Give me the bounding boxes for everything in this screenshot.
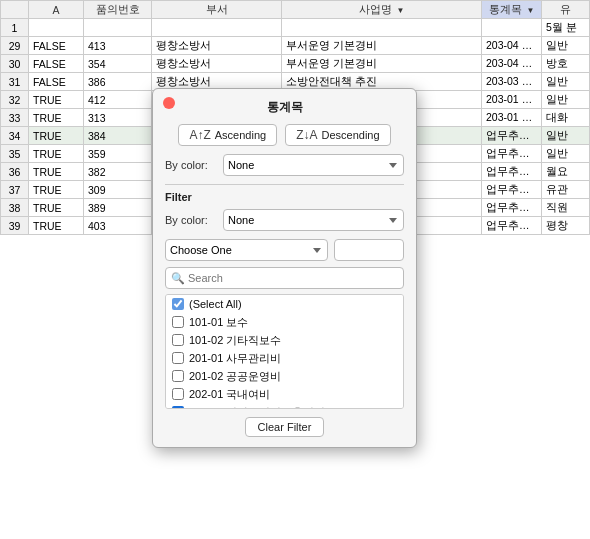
- checkbox-label-select-all: (Select All): [189, 298, 242, 310]
- filter-by-color-label: By color:: [165, 214, 215, 226]
- cell-37-e: 업무추진비: [482, 181, 542, 199]
- clear-filter-button[interactable]: Clear Filter: [245, 417, 325, 437]
- cell-35-b: 359: [84, 145, 152, 163]
- cell-36-b: 382: [84, 163, 152, 181]
- row-num-32: 32: [1, 91, 29, 109]
- list-item[interactable]: 202-01 국내여비: [166, 385, 403, 403]
- checkbox-202-01[interactable]: [172, 388, 184, 400]
- ascending-icon: A↑Z: [189, 128, 210, 142]
- sort-filter-popup: 통계목 A↑Z Ascending Z↓A Descending By colo…: [152, 88, 417, 448]
- cell-29-d: 부서운영 기본경비: [282, 37, 482, 55]
- checkbox-select-all[interactable]: [172, 298, 184, 310]
- checkbox-label-203-01: 203-01 기관운영업무추진비: [189, 405, 325, 410]
- filter-section-title: Filter: [165, 191, 404, 203]
- checkbox-101-02[interactable]: [172, 334, 184, 346]
- filter-value-input[interactable]: [334, 239, 404, 261]
- cell-34-a: TRUE: [29, 127, 84, 145]
- cell-32-b: 412: [84, 91, 152, 109]
- choose-one-select[interactable]: Choose One: [165, 239, 328, 261]
- col-header-rownum: [1, 1, 29, 19]
- filter-by-color-select[interactable]: None: [223, 209, 404, 231]
- row-num-38: 38: [1, 199, 29, 217]
- col-header-a[interactable]: A: [29, 1, 84, 19]
- cell-30-d: 부서운영 기본경비: [282, 55, 482, 73]
- filter-arrow-d[interactable]: ▼: [397, 6, 405, 15]
- sort-by-color-select[interactable]: None: [223, 154, 404, 176]
- cell-30-a: FALSE: [29, 55, 84, 73]
- cell-36-a: TRUE: [29, 163, 84, 181]
- section-divider: [165, 184, 404, 185]
- cell-31-e: 203-03 시책추진업무추진비: [482, 73, 542, 91]
- row-num-31: 31: [1, 73, 29, 91]
- cell-30-c: 평창소방서: [152, 55, 282, 73]
- checkbox-label-201-01: 201-01 사무관리비: [189, 351, 281, 366]
- row-num-36: 36: [1, 163, 29, 181]
- cell-38-b: 389: [84, 199, 152, 217]
- row-num-1: 1: [1, 19, 29, 37]
- cell-35-e: 업무추진비: [482, 145, 542, 163]
- cell-34-e: 업무추진비: [482, 127, 542, 145]
- search-box-wrapper: 🔍: [165, 267, 404, 289]
- cell-33-a: TRUE: [29, 109, 84, 127]
- row-num-29: 29: [1, 37, 29, 55]
- cell-29-b: 413: [84, 37, 152, 55]
- cell-29-f: 일반: [542, 37, 590, 55]
- col-header-f[interactable]: 유: [542, 1, 590, 19]
- cell-38-e: 업무추진비: [482, 199, 542, 217]
- col-header-e[interactable]: 통계목 ▼: [482, 1, 542, 19]
- checkbox-201-02[interactable]: [172, 370, 184, 382]
- ascending-button[interactable]: A↑Z Ascending: [178, 124, 277, 146]
- list-item[interactable]: 201-02 공공운영비: [166, 367, 403, 385]
- row-num-34: 34: [1, 127, 29, 145]
- checkbox-label-101-02: 101-02 기타직보수: [189, 333, 281, 348]
- checkbox-item-select-all[interactable]: (Select All): [166, 295, 403, 313]
- cell-33-f: 대화: [542, 109, 590, 127]
- cell-32-e: 203-01 기관운영업무추진비: [482, 91, 542, 109]
- checkbox-label-201-02: 201-02 공공운영비: [189, 369, 281, 384]
- cell-1-c: [152, 19, 282, 37]
- ascending-label: Ascending: [215, 129, 266, 141]
- row-num-30: 30: [1, 55, 29, 73]
- col-header-c[interactable]: 부서: [152, 1, 282, 19]
- cell-35-f: 일반: [542, 145, 590, 163]
- row-num-39: 39: [1, 217, 29, 235]
- cell-31-b: 386: [84, 73, 152, 91]
- row-num-33: 33: [1, 109, 29, 127]
- close-button[interactable]: [163, 97, 175, 109]
- cell-32-a: TRUE: [29, 91, 84, 109]
- cell-37-b: 309: [84, 181, 152, 199]
- cell-39-f: 평창: [542, 217, 590, 235]
- cell-1-f: 5월 분: [542, 19, 590, 37]
- filter-choose-row: Choose One: [165, 239, 404, 261]
- cell-1-e: [482, 19, 542, 37]
- descending-label: Descending: [321, 129, 379, 141]
- sort-by-color-row: By color: None: [165, 154, 404, 176]
- cell-1-b: [84, 19, 152, 37]
- checkbox-label-101-01: 101-01 보수: [189, 315, 248, 330]
- col-header-d[interactable]: 사업명 ▼: [282, 1, 482, 19]
- cell-33-e: 203-01 기관운영업무추진비: [482, 109, 542, 127]
- search-input[interactable]: [165, 267, 404, 289]
- checkbox-201-01[interactable]: [172, 352, 184, 364]
- cell-1-d: [282, 19, 482, 37]
- checkbox-203-01[interactable]: [172, 406, 184, 409]
- descending-button[interactable]: Z↓A Descending: [285, 124, 390, 146]
- cell-30-b: 354: [84, 55, 152, 73]
- sort-by-color-label: By color:: [165, 159, 215, 171]
- sort-section: A↑Z Ascending Z↓A Descending: [165, 124, 404, 146]
- cell-29-e: 203-04 부서운영업무추진비: [482, 37, 542, 55]
- checkbox-101-01[interactable]: [172, 316, 184, 328]
- col-header-b[interactable]: 품의번호: [84, 1, 152, 19]
- list-item[interactable]: 101-01 보수: [166, 313, 403, 331]
- cell-32-f: 일반: [542, 91, 590, 109]
- list-item[interactable]: 201-01 사무관리비: [166, 349, 403, 367]
- list-item[interactable]: 203-01 기관운영업무추진비: [166, 403, 403, 409]
- search-icon: 🔍: [171, 272, 185, 285]
- cell-37-f: 유관: [542, 181, 590, 199]
- filter-arrow-e[interactable]: ▼: [527, 6, 535, 15]
- list-item[interactable]: 101-02 기타직보수: [166, 331, 403, 349]
- cell-36-e: 업무추진비: [482, 163, 542, 181]
- cell-33-b: 313: [84, 109, 152, 127]
- cell-29-c: 평창소방서: [152, 37, 282, 55]
- cell-39-a: TRUE: [29, 217, 84, 235]
